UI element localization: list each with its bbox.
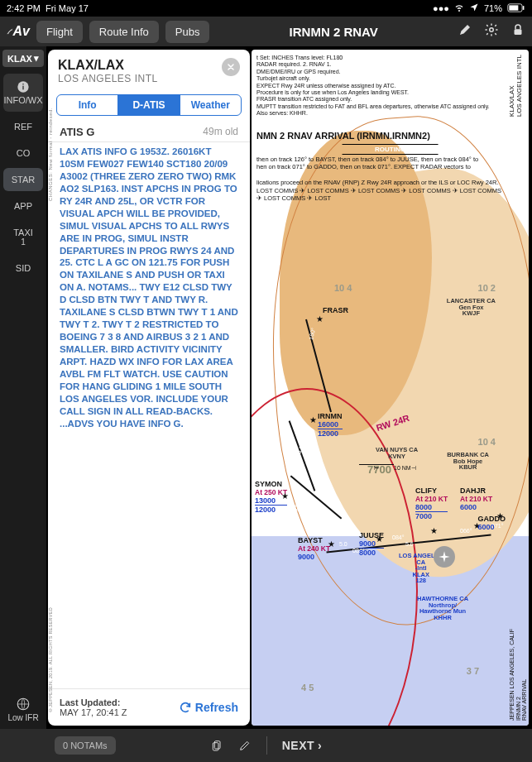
chart-side-bottom: JEPPESEN LOS ANGELES, CALIF IRNMN 2 RNAV… [509, 629, 525, 721]
fix-irnmn: IRNMN 16000 12000 [318, 412, 343, 438]
notams-button[interactable]: 0 NOTAMs [55, 736, 116, 755]
fix-bayst: BAYST At 240 KT 9000 [298, 536, 330, 561]
sidebar-item-co[interactable]: CO [3, 141, 43, 165]
copyright-label: ©JEPPESEN, 2019. ALL RIGHTS RESERVED [48, 607, 53, 712]
last-updated-label: Last Updated: [60, 697, 127, 707]
highlight-icon[interactable] [458, 22, 472, 41]
bottom-bar: 0 NOTAMs NEXT › [0, 729, 532, 762]
gear-icon[interactable] [484, 22, 499, 41]
airport-hawthorne: HAWTHORNE CANorthrop/Hawthorne MunKHHR [417, 596, 468, 621]
panel-airport-name: LOS ANGELES INTL [58, 73, 158, 84]
terrain-elev-d: 4 5 [301, 683, 314, 693]
airport-info-panel: KLAX/LAX LOS ANGELES INTL Info D-ATIS We… [48, 50, 250, 726]
svg-rect-6 [22, 86, 23, 90]
airport-vannuys: VAN NUYS CAKVNY [376, 447, 418, 459]
airport-burbank: BURBANK CABob HopeKBUR [447, 452, 489, 471]
atis-age: 49m old [203, 126, 238, 138]
page-title: IRNMN 2 RNAV [216, 25, 451, 39]
lock-icon[interactable] [510, 22, 525, 41]
atis-name: ATIS G [60, 126, 94, 138]
svg-point-3 [490, 28, 494, 32]
chevron-right-icon: › [318, 739, 322, 752]
panel-segmented-control: Info D-ATIS Weather [56, 94, 242, 116]
sidebar: KLAX ▾ INFO/WX REF CO STAR APP TAXI 1 SI… [0, 46, 46, 729]
scale-bar: ⊢10 NM⊣ [359, 465, 416, 472]
location-icon [469, 2, 479, 14]
svg-rect-10 [213, 743, 218, 750]
fix-clify: CLIFY At 210 KT 8000 7000 [415, 486, 448, 520]
changes-label: CHANGES: New format - reindexed. [48, 108, 53, 201]
status-time: 2:42 PM [7, 3, 41, 13]
terrain-elev-e: 3 7 [467, 666, 479, 676]
chart-plate[interactable]: KLAX/LAXLOS ANGELES INTL JEPPESEN LOS AN… [252, 50, 529, 726]
battery-text: 71% [484, 3, 502, 13]
chart-routing-label: ROUTING [342, 144, 439, 155]
refresh-button[interactable]: Refresh [179, 701, 238, 714]
wifi-icon [454, 2, 464, 14]
chart-arrival-title: NMN 2 RNAV ARRIVAL (IRNMN.IRNMN2) [256, 131, 430, 141]
tab-pubs[interactable]: Pubs [165, 21, 210, 43]
airport-code: KLAX [7, 54, 32, 64]
seg-datis[interactable]: D-ATIS [117, 95, 179, 115]
terrain-elev-b: 10 2 [478, 283, 496, 293]
ownship-icon [434, 546, 455, 568]
atis-body[interactable]: LAX ATIS INFO G 1953Z. 26016KT 10SM FEW0… [48, 141, 250, 689]
sidebar-item-ref[interactable]: REF [3, 115, 43, 138]
chevron-down-icon: ▾ [34, 53, 39, 64]
chart-side-title: KLAX/LAXLOS ANGELES INTL [509, 55, 525, 117]
next-button[interactable]: NEXT › [282, 739, 323, 752]
airport-selector[interactable]: KLAX ▾ [2, 50, 44, 67]
svg-rect-1 [509, 5, 518, 10]
tab-route-info[interactable]: Route Info [89, 21, 159, 43]
top-nav: Av Flight Route Info Pubs IRNMN 2 RNAV [0, 17, 532, 46]
atis-text: LAX ATIS INFO G 1953Z. 26016KT 10SM FEW0… [60, 146, 238, 430]
copy-icon[interactable] [210, 739, 223, 752]
svg-rect-4 [515, 29, 522, 35]
terrain-elev-c: 10 4 [478, 437, 496, 447]
svg-rect-7 [22, 84, 23, 84]
sidebar-item-sid[interactable]: SID [3, 256, 43, 280]
seg-info[interactable]: Info [57, 95, 117, 115]
panel-airport-code: KLAX/LAX [58, 58, 158, 73]
tab-flight[interactable]: Flight [36, 21, 83, 43]
airport-lancaster: LANCASTER CAGen FoxKWJF [447, 298, 496, 317]
sidebar-item-taxi[interactable]: TAXI 1 [3, 221, 43, 253]
sidebar-item-infowx[interactable]: INFO/WX [3, 74, 43, 112]
close-button[interactable] [222, 58, 240, 76]
last-updated-value: MAY 17, 20:41 Z [60, 707, 127, 717]
seg-weather[interactable]: Weather [180, 95, 241, 115]
sidebar-item-app[interactable]: APP [3, 194, 43, 218]
chart-routing-text: then on track 126° to BAYST, then on tra… [256, 156, 506, 202]
chart-header-notes: t Set: INCHES Trans level: FL180RADAR re… [256, 55, 506, 117]
app-logo-icon[interactable]: Av [7, 20, 30, 43]
pencil-icon[interactable] [238, 739, 252, 752]
signal-icon: ●●● [433, 3, 449, 13]
sidebar-item-star[interactable]: STAR [3, 168, 43, 191]
battery-icon [507, 3, 525, 14]
status-bar: 2:42 PM Fri May 17 ●●● 71% [0, 0, 532, 17]
status-date: Fri May 17 [46, 3, 89, 13]
fix-frasr: FRASR [323, 306, 348, 314]
sidebar-low-ifr[interactable]: Low IFR [3, 690, 43, 729]
svg-rect-2 [523, 6, 525, 10]
fix-dahjr: DAHJR At 210 KT 6000 [460, 486, 492, 511]
svg-rect-9 [214, 741, 220, 749]
terrain-elev-a: 10 4 [334, 283, 352, 293]
